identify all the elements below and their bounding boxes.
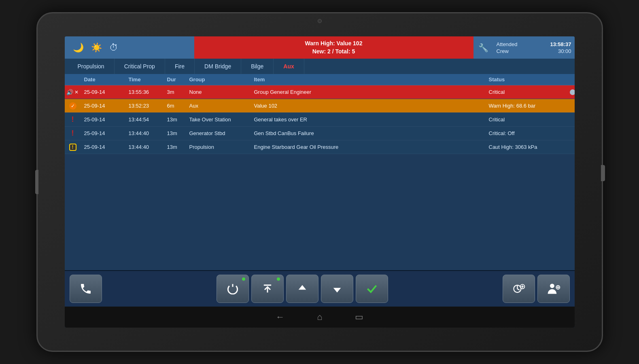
col-scroll <box>567 76 575 83</box>
clock-gear-button[interactable] <box>503 275 535 303</box>
tab-dm-bridge[interactable]: DM Bridge <box>195 59 241 74</box>
phone-button[interactable] <box>70 275 102 303</box>
row-item: Group General Engineer <box>251 89 486 95</box>
tablet-device: 🌙 ☀️ ⏱ Warn High: Value 102 New: 2 / Tot… <box>36 12 603 352</box>
sound-icon: 🔊 <box>66 89 73 95</box>
row-date: 25-09-14 <box>81 144 125 150</box>
recent-button[interactable]: ▭ <box>355 312 363 322</box>
header-right: 🔧 Attended 13:58:37 Crew 30:00 <box>473 36 575 59</box>
android-nav-bar: ← ⌂ ▭ <box>65 307 575 328</box>
home-button[interactable]: ⌂ <box>317 312 322 322</box>
volume-button[interactable] <box>35 170 38 194</box>
row-time: 13:52:23 <box>125 103 164 109</box>
check-button[interactable] <box>356 275 388 303</box>
crew-row: Crew 30:00 <box>497 48 571 55</box>
row-date: 25-09-14 <box>81 89 125 95</box>
wrench-icon[interactable]: 🔧 <box>473 43 493 53</box>
tablet-screen: 🌙 ☀️ ⏱ Warn High: Value 102 New: 2 / Tot… <box>65 36 575 328</box>
upload-button[interactable] <box>251 275 284 303</box>
row-group: None <box>186 89 251 95</box>
tab-fire[interactable]: Fire <box>165 59 195 74</box>
row-status: Critical <box>486 116 567 123</box>
exclaim-yellow-icon: ! <box>69 144 76 151</box>
row-dur: 3m <box>164 89 186 95</box>
speedometer-icon[interactable]: ⏱ <box>109 42 118 53</box>
person-gear-button[interactable] <box>537 275 570 303</box>
col-item: Item <box>251 76 486 83</box>
crew-label: Crew <box>497 48 509 54</box>
row-icon-cell: 🔊 ✕ <box>65 89 81 95</box>
row-date: 25-09-14 <box>81 116 125 123</box>
row-icon-cell: ✓ <box>65 102 81 110</box>
row-icon-cell: ! <box>65 115 81 124</box>
alert-line2: New: 2 / Total: 5 <box>312 48 355 56</box>
row-scroll-indicator <box>567 89 575 95</box>
row-time: 13:44:54 <box>125 116 164 123</box>
alert-banner[interactable]: Warn High: Value 102 New: 2 / Total: 5 <box>194 36 473 59</box>
col-group: Group <box>186 76 251 83</box>
row-time: 13:44:40 <box>125 130 164 136</box>
arrow-down-button[interactable] <box>321 275 353 303</box>
clock-time: 13:58:37 <box>550 41 571 47</box>
table-header: Date Time Dur Group Item Status <box>65 74 575 85</box>
row-group: Take Over Station <box>186 116 251 123</box>
row-item: General takes over ER <box>251 116 486 123</box>
alert-line1: Warn High: Value 102 <box>305 40 363 48</box>
svg-rect-0 <box>263 285 271 286</box>
camera <box>318 19 322 23</box>
table-body: 🔊 ✕ 25-09-14 13:55:36 3m None Group Gene… <box>65 85 575 270</box>
arrow-up-button[interactable] <box>286 275 318 303</box>
exclaim-red-icon: ! <box>72 115 74 124</box>
tab-critical-prop[interactable]: Critical Prop <box>115 59 165 74</box>
table-row[interactable]: ! 25-09-14 13:44:40 13m Generator Stbd G… <box>65 127 575 140</box>
tab-propulsion[interactable]: Propulsion <box>68 59 115 74</box>
table-row[interactable]: ! 25-09-14 13:44:40 13m Propulsion Engin… <box>65 140 575 154</box>
tab-aux[interactable]: Aux <box>274 59 304 74</box>
check-circle-icon: ✓ <box>69 102 76 110</box>
col-icon <box>65 76 81 83</box>
upload-green-dot <box>277 277 280 281</box>
moon-icon[interactable]: 🌙 <box>73 42 84 53</box>
row-dur: 13m <box>164 130 186 136</box>
row-time: 13:44:40 <box>125 144 164 150</box>
row-status: Warn High: 68.6 bar <box>486 103 567 109</box>
row-icon-cell: ! <box>65 129 81 138</box>
status-info: Attended 13:58:37 Crew 30:00 <box>493 39 575 56</box>
toolbar-right-group <box>503 275 570 303</box>
col-status: Status <box>486 76 567 83</box>
row-status: Critical: Off <box>486 130 567 136</box>
col-time: Time <box>125 76 164 83</box>
table-row[interactable]: ✓ 25-09-14 13:52:23 6m Aux Value 102 War… <box>65 99 575 113</box>
row-status: Critical <box>486 89 567 95</box>
row-group: Aux <box>186 103 251 109</box>
svg-point-3 <box>550 284 554 288</box>
x-icon: ✕ <box>74 89 79 95</box>
row-item: Value 102 <box>251 103 486 109</box>
row-group: Generator Stbd <box>186 130 251 136</box>
sun-icon[interactable]: ☀️ <box>91 42 102 53</box>
row-time: 13:55:36 <box>125 89 164 95</box>
back-button[interactable]: ← <box>276 312 284 322</box>
header: 🌙 ☀️ ⏱ Warn High: Value 102 New: 2 / Tot… <box>65 36 575 59</box>
row-dur: 13m <box>164 116 186 123</box>
exclaim-red-icon: ! <box>72 129 74 138</box>
power-green-dot <box>242 277 245 281</box>
row-status: Caut High: 3063 kPa <box>486 144 567 150</box>
row-item: Engine Starboard Gear Oil Pressure <box>251 144 486 150</box>
power-button[interactable] <box>217 275 249 303</box>
table-row[interactable]: 🔊 ✕ 25-09-14 13:55:36 3m None Group Gene… <box>65 85 575 99</box>
power-side-button[interactable] <box>601 165 605 181</box>
tab-bilge[interactable]: Bilge <box>241 59 274 74</box>
row-date: 25-09-14 <box>81 103 125 109</box>
col-date: Date <box>81 76 125 83</box>
bottom-toolbar <box>65 270 575 307</box>
row-date: 25-09-14 <box>81 130 125 136</box>
row-dur: 13m <box>164 144 186 150</box>
attended-label: Attended <box>497 41 518 47</box>
table-row[interactable]: ! 25-09-14 13:44:54 13m Take Over Statio… <box>65 113 575 127</box>
toolbar-center-group <box>217 275 388 303</box>
row-icon-cell: ! <box>65 144 81 151</box>
row-item: Gen Stbd CanBus Failure <box>251 130 486 136</box>
row-group: Propulsion <box>186 144 251 150</box>
header-left: 🌙 ☀️ ⏱ <box>65 36 194 59</box>
